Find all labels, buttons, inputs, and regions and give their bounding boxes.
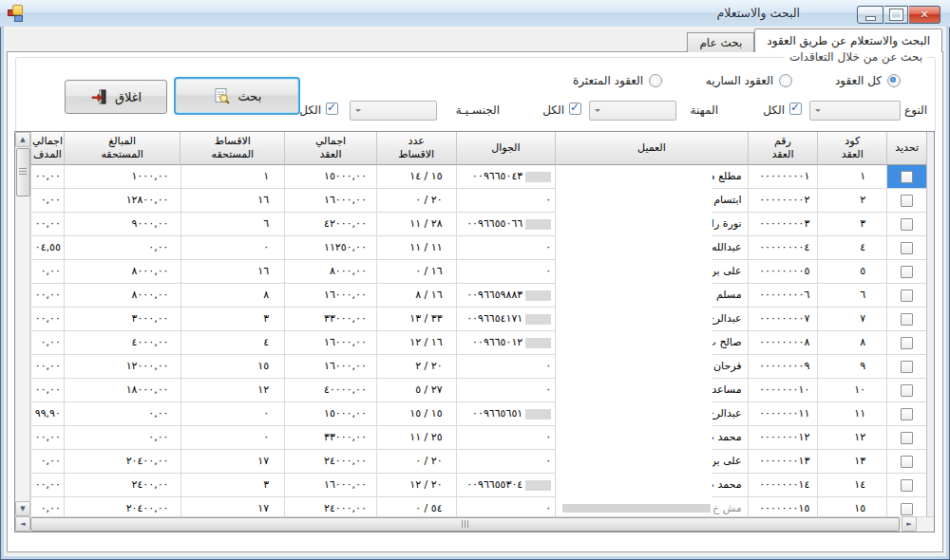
cell-due-amounts: ١٢٠٠٠,٠٠ — [64, 355, 180, 379]
table-row: ٤ ٠٠٠٠٠٠٠٠٤ عبدالله ٠ ١١ / ١١ ١١٢٥٠,٠٠ ٠… — [30, 236, 926, 260]
cell-due-installments: ١٥ — [180, 355, 285, 379]
search-document-icon — [213, 87, 231, 105]
column-header[interactable]: تحديد — [886, 132, 926, 165]
horizontal-scrollbar[interactable]: ◄ ► — [15, 516, 934, 532]
app-icon-yellow-square — [12, 5, 23, 15]
row-select-cell[interactable] — [886, 260, 926, 284]
column-header[interactable]: عدد الاقساط — [376, 132, 456, 165]
row-checkbox[interactable] — [901, 384, 913, 397]
table-row: ٨ ٠٠٠٠٠٠٠٠٨ صالح ب ٠٠٩٦٦٥٠١٢ ١٦ / ١٢ ١٦٠… — [30, 331, 926, 355]
row-checkbox[interactable] — [901, 266, 913, 278]
table-row: ٧ ٠٠٠٠٠٠٠٠٧ عبدالرح ٠٠٩٦٦٥٤١٧١ ٣٣ / ١٣ ٣… — [30, 308, 926, 331]
vertical-scrollbar[interactable]: ▲ ▼ — [15, 132, 30, 516]
chevron-down-icon — [815, 109, 821, 115]
title-bar[interactable]: البحث والاستعلام ✕ — [0, 0, 950, 28]
row-select-cell[interactable] — [886, 474, 926, 497]
table-row: ٦ ٠٠٠٠٠٠٠٠٦ مسلم ٠٠٩٦٦٥٩٨٨٣ ١٦ / ٨ ١٦٠٠٠… — [30, 284, 926, 308]
maximize-button[interactable] — [884, 6, 908, 24]
cell-due-amounts: ١٠٠٠,٠٠ — [64, 165, 180, 189]
radio-all-contracts[interactable]: كل العقود — [835, 74, 901, 87]
cell-contract-total: ٢٤٠٠٠,٠٠ — [284, 450, 376, 474]
row-checkbox[interactable] — [901, 171, 913, 183]
row-checkbox[interactable] — [901, 432, 913, 444]
row-checkbox[interactable] — [901, 361, 913, 373]
row-checkbox[interactable] — [901, 195, 913, 207]
cell-mobile: ٠ — [456, 355, 556, 379]
nationality-all-checkbox[interactable] — [326, 103, 338, 115]
nationality-combobox[interactable] — [350, 101, 437, 121]
row-select-cell[interactable] — [886, 426, 926, 450]
row-select-cell[interactable] — [886, 165, 926, 189]
type-all-checkbox[interactable] — [789, 103, 802, 115]
contracts-grid: تحديدكود العقدرقم العقدالعميلالجوالعدد ا… — [14, 131, 935, 532]
cell-contract-number: ٠٠٠٠٠٠٠٠٥ — [748, 260, 818, 284]
column-header[interactable]: رقم العقد — [748, 132, 818, 165]
row-checkbox[interactable] — [901, 289, 913, 302]
cell-contract-number: ٠٠٠٠٠٠٠١٤ — [748, 474, 818, 497]
radio-active-contracts[interactable]: العقود الساريه — [706, 74, 792, 87]
cell-contract-total: ١٥٠٠٠,٠٠ — [284, 165, 376, 189]
row-checkbox[interactable] — [901, 479, 913, 492]
row-checkbox[interactable] — [901, 218, 913, 231]
close-button[interactable]: ✕ — [909, 6, 940, 24]
row-select-cell[interactable] — [886, 308, 926, 331]
row-select-cell[interactable] — [886, 402, 926, 426]
profession-all-label: الكل — [542, 103, 564, 117]
profession-label: المهنة — [690, 103, 718, 117]
scroll-right-arrow[interactable]: ► — [902, 516, 917, 532]
row-select-cell[interactable] — [886, 213, 926, 236]
cell-contract-total: ١٦٠٠٠,٠٠ — [284, 474, 376, 497]
row-checkbox[interactable] — [901, 408, 913, 420]
scroll-left-arrow[interactable]: ◄ — [15, 516, 30, 532]
column-header[interactable]: العميل — [555, 132, 747, 165]
row-checkbox[interactable] — [901, 313, 913, 326]
type-all-label: الكل — [763, 103, 785, 117]
column-header[interactable]: المبالغ المستحقه — [64, 132, 180, 165]
row-select-cell[interactable] — [886, 284, 926, 308]
cell-contract-number: ٠٠٠٠٠٠٠٠٦ — [748, 284, 818, 308]
row-checkbox[interactable] — [901, 503, 913, 515]
tab-strip: البحث والاستعلام عن طريق العقود بحث عام — [687, 28, 942, 52]
row-select-cell[interactable] — [886, 331, 926, 355]
search-button[interactable]: بحث — [174, 77, 300, 115]
row-select-cell[interactable] — [886, 497, 926, 516]
column-header[interactable]: اجمالي العقد — [284, 132, 376, 165]
cell-due-amounts: ١٢٨٠٠,٠٠ — [64, 189, 180, 213]
row-checkbox[interactable] — [901, 242, 913, 254]
cell-installments-count: ٢٠ / ٠ — [376, 189, 456, 213]
cell-contract-number: ٠٠٠٠٠٠٠١١ — [748, 402, 818, 426]
row-checkbox[interactable] — [901, 337, 913, 349]
cell-contract-code: ٢ — [817, 189, 886, 213]
row-select-cell[interactable] — [886, 450, 926, 474]
table-row: ٩ ٠٠٠٠٠٠٠٠٩ فرحان ٠ ٢٠ / ٢ ١٦٠٠٠,٠٠ ١٥ ١… — [30, 355, 926, 379]
tab-general-search[interactable]: بحث عام — [687, 32, 754, 52]
redaction-smudge — [562, 504, 711, 513]
close-form-button[interactable]: اغلاق — [65, 80, 167, 114]
column-header[interactable]: الجوال — [456, 132, 556, 165]
profession-all-checkbox[interactable] — [569, 103, 581, 115]
row-select-cell[interactable] — [886, 379, 926, 402]
cell-installments-count: ١٦ / ١٢ — [376, 331, 456, 355]
scroll-down-arrow[interactable]: ▼ — [15, 501, 30, 516]
type-combobox[interactable] — [809, 101, 901, 121]
vertical-scroll-thumb[interactable] — [16, 148, 30, 196]
cell-contract-total: ١١٢٥٠,٠٠ — [284, 236, 376, 260]
horizontal-scroll-thumb[interactable] — [30, 517, 900, 532]
column-header[interactable]: اجمالي المدف — [30, 132, 64, 165]
minimize-button[interactable] — [857, 6, 884, 24]
row-select-cell[interactable] — [886, 236, 926, 260]
privacy-redaction-overlay — [556, 170, 712, 513]
scroll-up-arrow[interactable]: ▲ — [15, 132, 30, 147]
redaction-chip — [525, 172, 551, 182]
column-header[interactable]: كود العقد — [817, 132, 886, 165]
tab-contracts-search[interactable]: البحث والاستعلام عن طريق العقود — [754, 28, 942, 52]
radio-defaulted-contracts[interactable]: العقود المتعثرة — [573, 74, 662, 87]
redaction-chip — [525, 338, 551, 348]
cell-mobile: ٠٠٩٦٦٥٥٣٠٤ — [456, 474, 556, 497]
cell-due-installments: ١ — [180, 165, 285, 189]
profession-combobox[interactable] — [589, 101, 676, 121]
row-select-cell[interactable] — [886, 189, 926, 213]
column-header[interactable]: الاقساط المستحقه — [180, 132, 284, 165]
row-select-cell[interactable] — [886, 355, 926, 379]
row-checkbox[interactable] — [901, 456, 913, 468]
